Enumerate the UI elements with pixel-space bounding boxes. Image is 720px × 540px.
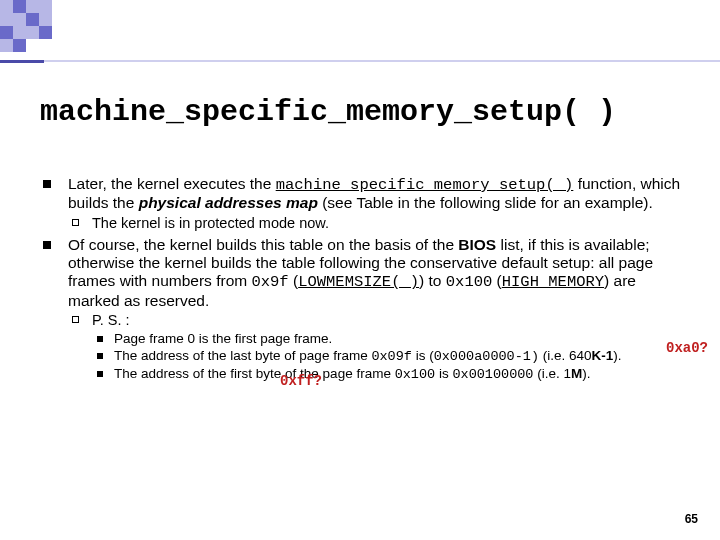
text: ( [492,272,501,289]
func-name: machine_specific_memory_setup( ) [276,176,574,194]
ps-item-1: Page frame 0 is the first page frame. [92,331,690,347]
emph-text: physical addresses map [139,194,318,211]
text: (see Table in the following slide for an… [318,194,653,211]
text: Page frame 0 is the first page frame. [114,331,332,346]
text: Of course, the kernel builds this table … [68,236,458,253]
text: The address of the last byte of page fra… [114,348,371,363]
sub-bullet: The kernel is in protected mode now. [68,215,690,232]
ps-bullet: P. S. : Page frame 0 is the first page f… [68,312,690,383]
bullet-2: Of course, the kernel builds this table … [40,236,690,383]
text: ). [582,366,590,381]
text: (i.e. 640 [539,348,592,363]
text: ) to [419,272,446,289]
macro-name: HIGH_MEMORY [502,273,604,291]
slide-title: machine_specific_memory_setup( ) [40,95,616,129]
hex-value: 0x100 [446,273,493,291]
macro-name: LOWMEMSIZE( ) [298,273,419,291]
bold-text: K-1 [592,348,614,363]
text: The address of the first byte of the pag… [114,366,395,381]
hex-value: 0x100 [395,367,436,382]
text: is ( [412,348,434,363]
text: ). [613,348,621,363]
ps-item-3: The address of the first byte of the pag… [92,366,690,383]
hex-value: 0x00100000 [452,367,533,382]
corner-decoration [0,0,80,50]
text: is [435,366,452,381]
annotation-0xa0: 0xa0? [666,340,708,356]
hex-value: 0x09f [371,349,412,364]
slide-number: 65 [685,512,698,526]
ps-label: P. S. : [92,312,130,328]
annotation-0xff: 0xff? [280,373,322,389]
bold-text: BIOS [458,236,496,253]
hex-value: 0x9f [251,273,288,291]
bold-text: M [571,366,582,381]
bullet-1: Later, the kernel executes the machine_s… [40,175,690,232]
text: Later, the kernel executes the [68,175,276,192]
text: The kernel is in protected mode now. [92,215,329,231]
hex-value: 0x000a0000-1) [434,349,539,364]
ps-item-2: The address of the last byte of page fra… [92,348,690,365]
title-rule [0,60,720,62]
text: (i.e. 1 [533,366,571,381]
slide-body: Later, the kernel executes the machine_s… [40,175,690,387]
text: ( [289,272,298,289]
